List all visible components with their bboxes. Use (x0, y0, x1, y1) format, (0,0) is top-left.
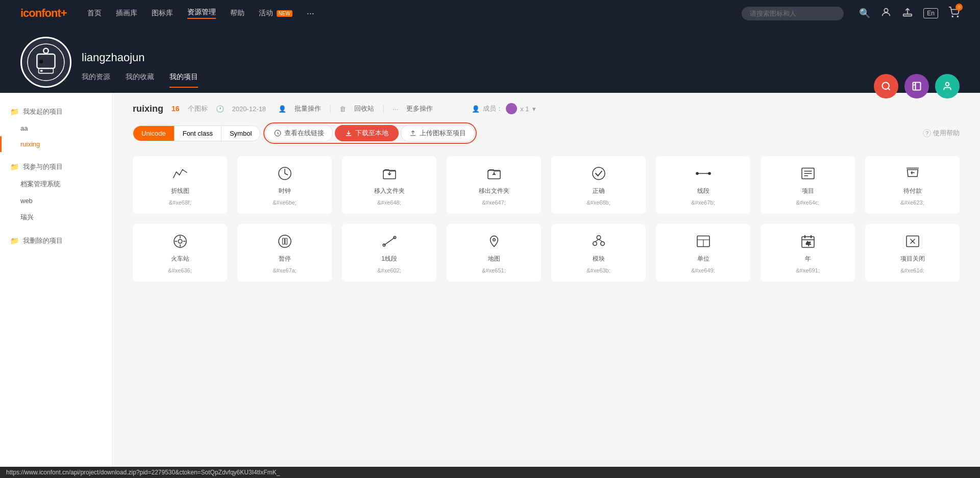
sidebar-my-projects-section[interactable]: 📁 我发起的项目 (0, 103, 112, 120)
avatar-robot-svg (26, 42, 66, 83)
sidebar-deleted-section[interactable]: 📁 我删除的项目 (0, 232, 112, 249)
svg-point-36 (597, 236, 601, 240)
main-container: 📁 我发起的项目 aa ruixing 📁 我参与的项目 档案管理系统 web … (0, 93, 980, 478)
trash-icon: 📁 (10, 237, 19, 245)
language-button[interactable]: En (923, 8, 938, 18)
svg-point-13 (946, 83, 949, 86)
svg-point-0 (885, 8, 888, 12)
project-date: 2020-12-18 (232, 105, 266, 113)
svg-point-18 (593, 167, 605, 180)
icon-item-模块[interactable]: 模块 &#xe63b; (551, 224, 646, 282)
icon-item-暂停[interactable]: 暂停 &#xe67a; (237, 224, 332, 282)
tab-symbol[interactable]: Symbol (222, 126, 260, 141)
icon-item-时钟[interactable]: 时钟 &#xe6be; (237, 156, 332, 214)
icon-item-项目[interactable]: 项目 &#xe64c; (761, 156, 855, 214)
tab-bar: Unicode Font class Symbol 查看在线链接 下载至本地 上… (133, 122, 960, 144)
user-icon[interactable] (880, 7, 892, 20)
svg-point-3 (957, 16, 958, 17)
participated-label: 我参与的项目 (23, 162, 63, 171)
nav-activity[interactable]: 活动 NEW (259, 9, 292, 18)
sidebar-item-ruixing[interactable]: ruixing (0, 136, 112, 152)
project-header: ruixing 16 个图标 🕐 2020-12-18 👤 批量操作 | 🗑 回… (133, 103, 960, 114)
profile-username: liangzhaojun (82, 51, 198, 64)
view-online-link-btn[interactable]: 查看在线链接 (265, 124, 333, 142)
tab-my-projects[interactable]: 我的项目 (169, 72, 198, 88)
icon-item-线段[interactable]: 线段 &#xe67b; (656, 156, 750, 214)
fab-bookmark[interactable] (904, 74, 929, 98)
nav-more[interactable]: ··· (307, 8, 314, 19)
folder-icon: 📁 (10, 108, 19, 116)
nav-home[interactable]: 首页 (87, 9, 102, 18)
sidebar-participated-section[interactable]: 📁 我参与的项目 (0, 158, 112, 175)
icon-item-正确[interactable]: 正确 &#xe68b; (551, 156, 646, 214)
help-link[interactable]: ? 使用帮助 (923, 129, 960, 138)
search-icon[interactable]: 🔍 (859, 8, 870, 19)
trash-icon2: 🗑 (339, 105, 346, 113)
my-projects-label: 我发起的项目 (23, 107, 63, 116)
nav-illustration[interactable]: 插画库 (116, 9, 137, 18)
logo-text: iconfont (20, 7, 61, 19)
svg-rect-31 (285, 238, 287, 244)
search-input[interactable] (742, 7, 844, 20)
icon-item-项目关闭[interactable]: 项目关闭 &#xe61d; (865, 224, 960, 282)
svg-line-40 (599, 239, 603, 242)
svg-rect-1 (903, 14, 912, 16)
cart-count-badge: 0 (955, 4, 963, 11)
tab-unicode[interactable]: Unicode (133, 126, 175, 141)
svg-point-8 (39, 59, 43, 63)
nav-icons[interactable]: 图标库 (152, 9, 173, 18)
status-url: https://www.iconfont.cn/api/project/down… (6, 469, 280, 476)
deleted-label: 我删除的项目 (23, 236, 63, 245)
members-count: x 1 (520, 105, 529, 113)
tab-my-resources[interactable]: 我的资源 (82, 72, 110, 88)
batch-action-btn[interactable]: 批量操作 (295, 104, 321, 113)
svg-point-29 (279, 235, 291, 247)
site-logo[interactable]: iconfont+ (20, 7, 67, 20)
sidebar-item-aa[interactable]: aa (0, 120, 112, 136)
svg-line-39 (595, 239, 599, 242)
profile-info: liangzhaojun 我的资源 我的收藏 我的项目 (82, 51, 198, 93)
activity-badge: NEW (277, 10, 292, 17)
svg-point-28 (178, 239, 182, 243)
icons-grid: 折线图 &#xe68f; 时钟 &#xe6be; 移入文件夹 &#xe648; … (133, 156, 960, 282)
icon-item-火车站[interactable]: 火车站 &#xe636; (133, 224, 227, 282)
tab-fontclass[interactable]: Font class (175, 126, 222, 141)
icon-item-待付款[interactable]: 待付款 &#xe623; (865, 156, 960, 214)
profile-header: liangzhaojun 我的资源 我的收藏 我的项目 (0, 27, 980, 93)
icon-item-移入文件夹[interactable]: 移入文件夹 &#xe648; (342, 156, 436, 214)
svg-point-38 (600, 242, 604, 246)
icon-item-移出文件夹[interactable]: 移出文件夹 &#xe647; (447, 156, 541, 214)
icon-item-年[interactable]: 年 年 &#xe691; (761, 224, 855, 282)
download-local-btn[interactable]: 下载至本地 (335, 125, 399, 141)
nav-resource[interactable]: 资源管理 (187, 8, 216, 19)
floating-actions (874, 74, 960, 98)
upload-to-project-btn[interactable]: 上传图标至项目 (401, 124, 475, 142)
upload-icon[interactable] (902, 7, 913, 20)
icon-item-地图[interactable]: 地图 &#xe651; (447, 224, 541, 282)
more-actions-btn[interactable]: 更多操作 (406, 104, 433, 113)
fab-user[interactable] (935, 74, 960, 98)
recycle-bin-btn[interactable]: 回收站 (354, 104, 374, 113)
sidebar-item-file-management[interactable]: 档案管理系统 (0, 175, 112, 193)
logo-plus: + (61, 7, 67, 19)
svg-point-4 (28, 44, 64, 81)
cart-icon[interactable]: 0 (948, 7, 960, 20)
clock-icon: 🕐 (216, 105, 224, 113)
members-expand-icon[interactable]: ▾ (532, 105, 536, 113)
sidebar-item-web[interactable]: web (0, 193, 112, 209)
svg-rect-12 (913, 83, 921, 90)
tab-my-favorites[interactable]: 我的收藏 (126, 72, 154, 88)
icon-item-折线图[interactable]: 折线图 &#xe68f; (133, 156, 227, 214)
folder-shared-icon: 📁 (10, 163, 19, 171)
sidebar-item-ruixing2[interactable]: 瑞兴 (0, 209, 112, 226)
svg-point-11 (883, 83, 889, 89)
nav-help[interactable]: 帮助 (230, 9, 244, 18)
view-mode-tabs: Unicode Font class Symbol (133, 125, 260, 141)
member-avatar (506, 103, 517, 114)
sidebar: 📁 我发起的项目 aa ruixing 📁 我参与的项目 档案管理系统 web … (0, 93, 112, 478)
icon-item-单位[interactable]: 单位 &#xe649; (656, 224, 750, 282)
avatar (20, 37, 71, 88)
icon-item-1线段[interactable]: 1线段 &#xe602; (342, 224, 436, 282)
highlight-actions-group: 查看在线链接 下载至本地 上传图标至项目 (263, 122, 477, 144)
fab-search[interactable] (874, 74, 898, 98)
